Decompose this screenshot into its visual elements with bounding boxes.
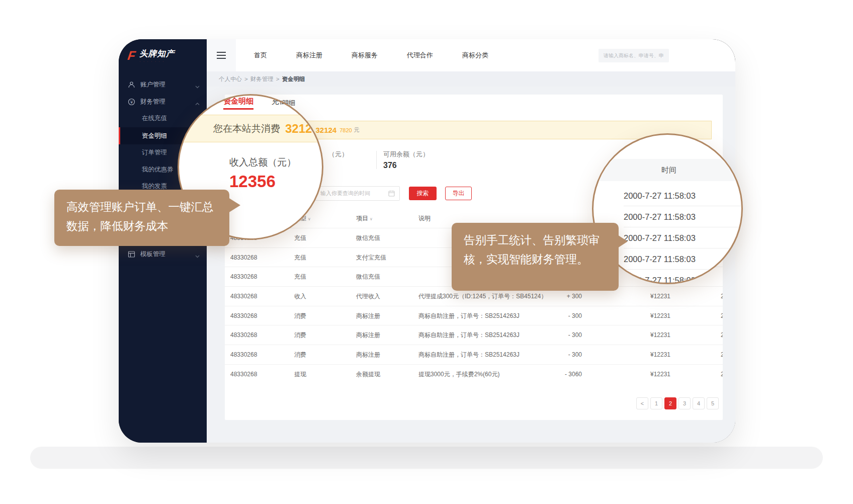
magnified-time-row: 2000-7-27 11:58:03 xyxy=(624,185,743,206)
cell-type: 消费 xyxy=(294,325,306,345)
table-row: 48330268消费商标注册商标自助注册，订单号：SB2514263J- 300… xyxy=(225,325,723,345)
banner-unit: 元 xyxy=(354,126,360,134)
cell-amount: - 3060 xyxy=(527,365,582,384)
magnified-banner: 您在本站共消费 32124 xyxy=(179,115,323,142)
cell-project: 商标注册 xyxy=(356,306,380,326)
pagination-prev[interactable]: < xyxy=(636,397,648,409)
sidebar-item-label: 我的发票 xyxy=(142,182,167,191)
sidebar-item-templates[interactable]: 模板管理 xyxy=(119,245,207,263)
brand-logo: F 头牌知产 · · · · · · · xyxy=(128,48,175,63)
page: F 头牌知产 · · · · · · · 账户管理 ¥ 财务管理 xyxy=(0,0,853,504)
sort-chevron-icon[interactable]: ∨ xyxy=(370,217,373,221)
sidebar-item-label: 订单管理 xyxy=(142,148,167,157)
cell-amount: - 300 xyxy=(527,325,582,345)
sidebar-item-account[interactable]: 账户管理 xyxy=(119,76,207,93)
pagination: < 1 2 3 4 5 xyxy=(636,397,719,409)
sidebar-item-label: 账户管理 xyxy=(140,80,165,89)
nav-item-home[interactable]: 首页 xyxy=(254,51,267,60)
sort-chevron-icon[interactable]: ∨ xyxy=(308,217,311,221)
breadcrumb-part[interactable]: 财务管理 xyxy=(250,75,274,83)
nav-item-trademark-category[interactable]: 商标分类 xyxy=(462,51,488,60)
cell-type: 收入 xyxy=(294,287,306,306)
expend-total-label: （元） xyxy=(328,150,348,159)
stat-divider xyxy=(376,151,377,169)
calendar-icon xyxy=(388,190,395,197)
hamburger-menu-icon[interactable] xyxy=(207,39,236,71)
header-desc: 说明 xyxy=(418,211,431,225)
breadcrumb: 个人中心 > 财务管理 > 资金明细 xyxy=(207,71,735,87)
export-button[interactable]: 导出 xyxy=(445,187,472,200)
cell-project: 商标注册 xyxy=(356,325,380,345)
table-row: 48330268提现余额提现提现3000元，手续费2%(60元)- 3060¥1… xyxy=(225,364,723,384)
magnified-income-value: 12356 xyxy=(229,172,276,191)
cell-desc: 商标自助注册，订单号：SB2514263J xyxy=(418,306,520,326)
cell-order: 48330268 xyxy=(230,287,257,306)
cell-balance: ¥12231 xyxy=(606,306,670,326)
cell-type: 提现 xyxy=(294,365,306,384)
tooltip-right: 告别手工统计、告别繁琐审核，实现智能财务管理。 xyxy=(452,223,619,291)
breadcrumb-part[interactable]: 个人中心 xyxy=(219,75,242,83)
cell-project: 支付宝充值 xyxy=(356,248,386,268)
laptop-base xyxy=(30,447,823,469)
breadcrumb-current: 资金明细 xyxy=(282,75,305,83)
cell-order: 48330268 xyxy=(230,345,257,365)
cell-time: 2000-7-27 11:58:03 xyxy=(721,365,723,384)
svg-text:¥: ¥ xyxy=(130,99,133,104)
cell-time: 2000-7-27 11:58:03 xyxy=(721,287,723,306)
breadcrumb-separator: > xyxy=(276,76,280,82)
trademark-search-input[interactable] xyxy=(599,49,669,62)
pagination-page-5[interactable]: 5 xyxy=(707,397,719,409)
magnified-time-header: 时间 xyxy=(593,159,743,181)
pagination-page-3[interactable]: 3 xyxy=(678,397,691,409)
cell-type: 充值 xyxy=(294,248,306,268)
magnified-tab-fund-detail: 资金明细 xyxy=(223,97,253,110)
cell-order: 48330268 xyxy=(230,325,257,345)
cell-type: 充值 xyxy=(294,228,306,248)
user-icon xyxy=(128,81,135,89)
pagination-page-4[interactable]: 4 xyxy=(693,397,705,409)
cell-type: 消费 xyxy=(294,345,306,365)
cell-order: 48330268 xyxy=(230,365,257,384)
template-icon xyxy=(128,250,135,258)
banner-amount: 7820 xyxy=(339,127,352,133)
table-row: 48330268消费商标注册商标自助注册，订单号：SB2514263J- 300… xyxy=(225,345,723,364)
nav-item-agent-cooperation[interactable]: 代理合作 xyxy=(407,51,433,60)
available-balance-label: 可用余额（元） xyxy=(383,150,429,159)
sidebar-item-label: 我的优惠券 xyxy=(142,165,174,174)
sidebar-item-finance[interactable]: ¥ 财务管理 xyxy=(119,93,207,110)
cell-balance: ¥12231 xyxy=(606,365,670,384)
table-row: 48330268消费商标注册商标自助注册，订单号：SB2514263J- 300… xyxy=(225,306,723,325)
top-nav: 首页 商标注册 商标服务 代理合作 商标分类 xyxy=(237,39,488,71)
date-query-input[interactable]: 输入你要查询的时间 xyxy=(315,186,400,201)
tooltip-left-text: 高效管理账户订单、一键汇总数据，降低财务成本 xyxy=(66,201,214,232)
cell-time: 2000-7-27 11:58:03 xyxy=(721,325,723,345)
nav-item-trademark-register[interactable]: 商标注册 xyxy=(296,51,322,60)
date-query-placeholder: 输入你要查询的时间 xyxy=(320,190,385,197)
cell-time: 2000-7-27 11:58:03 xyxy=(721,345,723,365)
tooltip-arrow-right-icon xyxy=(618,235,628,248)
cell-project: 代理收入 xyxy=(356,287,380,306)
nav-item-trademark-service[interactable]: 商标服务 xyxy=(352,51,378,60)
chevron-down-icon xyxy=(195,253,200,260)
cell-order: 48330268 xyxy=(230,267,257,287)
breadcrumb-separator: > xyxy=(244,76,248,82)
magnified-time-row: 2000-7-27 11:58:03 xyxy=(624,206,743,227)
cell-order: 48330268 xyxy=(230,248,257,268)
search-button[interactable]: 搜索 xyxy=(409,187,437,200)
chevron-down-icon xyxy=(195,83,200,90)
cell-time: 2000-7-27 11:58:03 xyxy=(721,306,723,326)
tooltip-right-text: 告别手工统计、告别繁琐审核，实现智能财务管理。 xyxy=(464,234,600,266)
cell-balance: ¥12231 xyxy=(606,345,670,365)
cell-project: 商标注册 xyxy=(356,345,380,365)
brand-logo-icon: F xyxy=(127,49,136,62)
tooltip-left: 高效管理账户订单、一键汇总数据，降低财务成本 xyxy=(54,190,229,246)
sidebar-item-label: 资金明细 xyxy=(142,132,167,140)
sidebar-item-label: 模板管理 xyxy=(140,250,165,259)
tooltip-arrow-right-icon xyxy=(228,198,240,213)
cell-project: 余额提现 xyxy=(356,365,380,384)
pagination-page-2[interactable]: 2 xyxy=(664,397,676,409)
pagination-page-1[interactable]: 1 xyxy=(650,397,662,409)
cell-amount: - 300 xyxy=(527,345,582,365)
sidebar-item-label: 财务管理 xyxy=(140,98,165,106)
cell-amount: - 300 xyxy=(527,306,582,326)
